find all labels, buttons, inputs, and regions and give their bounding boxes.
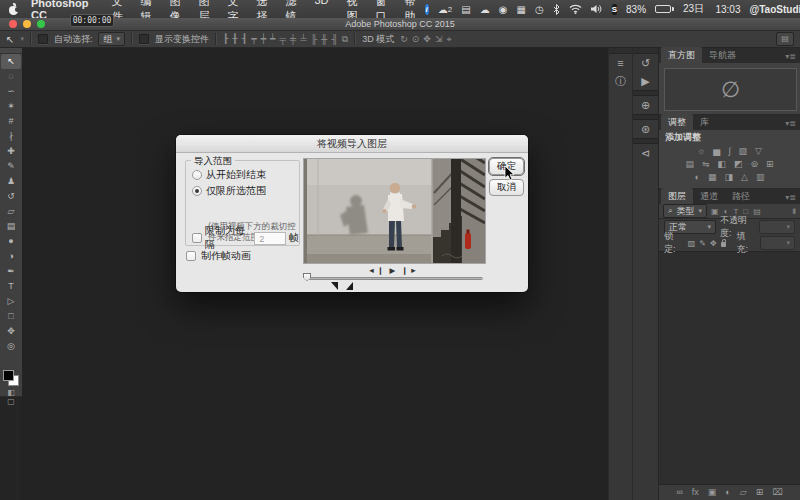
- threshold-icon[interactable]: ◨: [725, 171, 734, 184]
- align-top-icon[interactable]: ┯: [251, 34, 256, 45]
- step-back-button[interactable]: ◄❙: [368, 266, 386, 275]
- opacity-dropdown[interactable]: ▾: [759, 220, 795, 234]
- tab-histogram[interactable]: 直方图: [661, 47, 702, 63]
- tab-adjustments[interactable]: 调整: [661, 114, 693, 130]
- limit-frames-input[interactable]: 2: [254, 232, 286, 245]
- show-transform-checkbox[interactable]: [139, 34, 149, 44]
- move-tool[interactable]: ↖: [1, 54, 21, 69]
- layer-mask-icon[interactable]: ▣: [708, 485, 717, 500]
- auto-select-dropdown[interactable]: 组▾: [98, 32, 125, 46]
- exposure-icon[interactable]: ▧: [739, 145, 748, 158]
- posterize-icon[interactable]: ▦: [708, 171, 717, 184]
- fill-dropdown[interactable]: ▾: [760, 236, 795, 250]
- 3d-orbit-icon[interactable]: ↻: [400, 34, 408, 45]
- step-forward-button[interactable]: ❙►: [401, 266, 419, 275]
- input-method-icon[interactable]: ▦: [516, 3, 525, 15]
- lock-all-icon[interactable]: [721, 242, 727, 247]
- bluetooth-icon[interactable]: [553, 3, 560, 15]
- tab-paths[interactable]: 路径: [725, 188, 757, 204]
- align-left-icon[interactable]: ┠: [223, 34, 228, 45]
- black-white-icon[interactable]: ◧: [717, 158, 726, 171]
- quick-mask-button[interactable]: ◧: [7, 388, 15, 397]
- make-frame-animation-label[interactable]: 制作帧动画: [201, 249, 251, 263]
- type-tool[interactable]: T: [1, 279, 21, 294]
- clone-source-panel-icon[interactable]: ⊕: [633, 96, 658, 114]
- tab-navigator[interactable]: 导航器: [702, 47, 743, 63]
- align-right-icon[interactable]: ┨: [242, 34, 247, 45]
- auto-select-checkbox[interactable]: [38, 34, 48, 44]
- panel-menu-icon[interactable]: ▾≣: [785, 119, 796, 128]
- lasso-tool[interactable]: ∽: [1, 84, 21, 99]
- distribute-right-icon[interactable]: ╢: [331, 34, 337, 45]
- battery-icon[interactable]: [655, 5, 674, 13]
- lock-transparent-icon[interactable]: ▨: [688, 239, 696, 248]
- limit-frames-checkbox[interactable]: [192, 233, 202, 243]
- color-panel-icon[interactable]: ≡: [609, 54, 632, 72]
- new-group-icon[interactable]: ▱: [740, 485, 747, 500]
- panel-menu-icon[interactable]: ▾≣: [785, 52, 796, 61]
- invert-icon[interactable]: ◐: [695, 171, 700, 184]
- dialog-title[interactable]: 将视频导入图层: [176, 135, 528, 153]
- path-selection-tool[interactable]: ▷: [1, 294, 21, 309]
- distribute-top-icon[interactable]: ╤: [279, 34, 285, 45]
- new-layer-icon[interactable]: ⊞: [756, 485, 764, 500]
- distribute-left-icon[interactable]: ╟: [311, 34, 317, 45]
- camera-status-icon[interactable]: ▤: [461, 3, 470, 15]
- cancel-button[interactable]: 取消: [489, 179, 524, 196]
- cloud-status-icon[interactable]: ☁: [480, 3, 490, 15]
- play-button[interactable]: ▶: [390, 266, 398, 275]
- current-tool-icon[interactable]: ↖: [6, 34, 14, 45]
- tab-libraries[interactable]: 库: [693, 114, 716, 130]
- workspace-switcher[interactable]: ▤: [776, 32, 794, 46]
- marquee-tool[interactable]: ◌: [1, 69, 21, 84]
- lock-position-icon[interactable]: ✥: [710, 239, 717, 248]
- brightness-contrast-icon[interactable]: ☼: [697, 145, 705, 158]
- 3d-panel-icon[interactable]: ⊛: [633, 120, 658, 138]
- clock-status-icon[interactable]: ◷: [535, 3, 544, 15]
- gradient-tool[interactable]: ▤: [1, 219, 21, 234]
- radio-from-start-to-end-label[interactable]: 从开始到结束: [206, 168, 266, 182]
- brush-tool[interactable]: ✎: [1, 159, 21, 174]
- 3d-pan-icon[interactable]: ✥: [423, 34, 431, 45]
- curves-icon[interactable]: ∫: [728, 145, 730, 158]
- record-status-icon[interactable]: ◉: [499, 3, 508, 15]
- align-v-center-icon[interactable]: ┿: [261, 34, 266, 45]
- eraser-tool[interactable]: ▱: [1, 204, 21, 219]
- zoom-tool[interactable]: ◎: [1, 339, 21, 354]
- delete-layer-icon[interactable]: ⌧: [772, 485, 782, 500]
- quick-selection-tool[interactable]: ✶: [1, 99, 21, 114]
- dodge-tool[interactable]: ◑: [1, 249, 21, 264]
- color-lookup-icon[interactable]: ⊞: [766, 158, 774, 171]
- trim-out-marker[interactable]: [346, 282, 353, 290]
- distribute-bottom-icon[interactable]: ╧: [300, 34, 306, 45]
- menubar-user[interactable]: @TaoStudio: [750, 4, 800, 15]
- 3d-roll-icon[interactable]: ⊙: [412, 34, 420, 45]
- 3d-slide-icon[interactable]: ⇲: [435, 34, 443, 45]
- distribute-h-center-icon[interactable]: ╫: [321, 34, 327, 45]
- new-adjustment-layer-icon[interactable]: ◐: [725, 485, 730, 500]
- auto-align-layers-icon[interactable]: ⧉: [342, 34, 348, 45]
- color-balance-icon[interactable]: ⇋: [702, 158, 710, 171]
- screen-mode-button[interactable]: ▢: [7, 397, 15, 406]
- audio-panel-icon[interactable]: ⊲: [633, 144, 658, 162]
- tool-preset-caret-icon[interactable]: ▾: [20, 35, 24, 43]
- trim-in-marker[interactable]: [331, 282, 338, 290]
- history-brush-tool[interactable]: ↺: [1, 189, 21, 204]
- volume-icon[interactable]: [591, 3, 603, 15]
- s-app-icon[interactable]: S: [612, 4, 617, 15]
- layers-list[interactable]: [659, 251, 800, 485]
- hand-tool[interactable]: ✥: [1, 324, 21, 339]
- align-h-center-icon[interactable]: ╂: [232, 34, 237, 45]
- filter-toggle[interactable]: ▮: [792, 207, 796, 215]
- distribute-v-center-icon[interactable]: ╪: [290, 34, 296, 45]
- layer-style-icon[interactable]: fx: [692, 485, 699, 500]
- selective-color-icon[interactable]: △: [741, 171, 748, 184]
- lock-pixels-icon[interactable]: ✎: [699, 239, 706, 248]
- wifi-icon[interactable]: [569, 3, 582, 15]
- tab-channels[interactable]: 通道: [693, 188, 725, 204]
- tab-layers[interactable]: 图层: [661, 188, 693, 204]
- radio-selected-range-only[interactable]: [192, 186, 202, 196]
- vibrance-icon[interactable]: ▽: [755, 145, 762, 158]
- blur-tool[interactable]: ●: [1, 234, 21, 249]
- make-frame-animation-checkbox[interactable]: [186, 251, 196, 261]
